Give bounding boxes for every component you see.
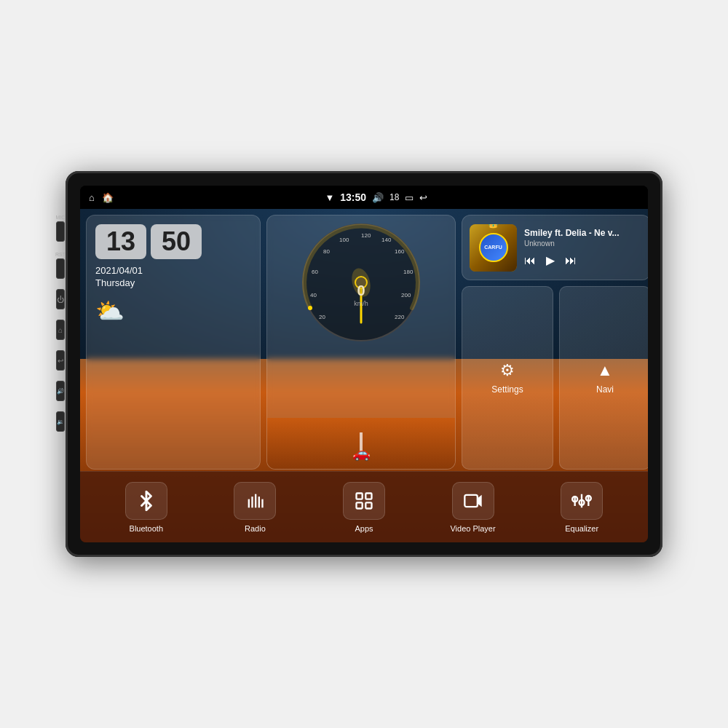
road-bg: 🚗 — [267, 418, 455, 469]
vol-down-group: 🔉 — [55, 411, 66, 432]
wifi-icon: ▼ — [325, 192, 334, 203]
back-status-icon[interactable]: ↩ — [419, 192, 427, 203]
svg-text:200: 200 — [401, 292, 411, 298]
svg-text:140: 140 — [381, 237, 392, 243]
svg-rect-18 — [252, 496, 253, 507]
svg-text:20: 20 — [319, 314, 325, 320]
next-button[interactable]: ⏭ — [565, 254, 577, 267]
svg-rect-17 — [248, 499, 250, 508]
equalizer-label: Equalizer — [565, 524, 598, 533]
power-group: ⏻ — [55, 289, 66, 309]
video-icon — [463, 491, 483, 511]
album-art: 👑 CARFU — [470, 224, 517, 272]
bluetooth-icon — [136, 491, 157, 511]
mic-button[interactable] — [56, 221, 65, 242]
carfu-badge: CARFU — [479, 233, 508, 262]
bottom-item-apps[interactable]: Apps — [309, 478, 419, 533]
side-buttons: MIC RST ⏻ ⌂ ↩ 🔊 — [55, 215, 66, 435]
music-title: Smiley ft. Delia - Ne v... — [524, 228, 643, 238]
apps-icon-box — [343, 482, 385, 520]
weather-icon: ⛅ — [95, 297, 251, 325]
bottom-item-radio[interactable]: Radio — [201, 478, 310, 533]
radio-label: Radio — [245, 524, 266, 533]
settings-navi-row: ⚙ Settings ▲ Navi — [462, 286, 648, 470]
svg-text:100: 100 — [339, 237, 349, 243]
settings-label: Settings — [491, 384, 523, 395]
power-button[interactable]: ⏻ — [56, 289, 65, 309]
status-bar: ⌂ 🏠 ▼ 13:50 🔊 18 ▭ ↩ — [80, 186, 648, 209]
bottom-item-equalizer[interactable]: Equalizer — [527, 478, 636, 533]
navi-button[interactable]: ▲ Navi — [559, 286, 648, 470]
home-icon[interactable]: ⌂ — [89, 192, 95, 203]
svg-rect-21 — [262, 499, 264, 508]
vol-up-button[interactable]: 🔊 — [56, 381, 65, 401]
clock-hour: 13 — [95, 224, 146, 259]
svg-text:80: 80 — [323, 248, 330, 255]
svg-text:40: 40 — [310, 292, 317, 298]
bottom-item-video[interactable]: Video Player — [419, 478, 528, 533]
back-side-button[interactable]: ↩ — [56, 350, 65, 371]
navi-label: Navi — [596, 384, 614, 395]
vol-up-icon: 🔊 — [57, 388, 64, 395]
volume-icon: 🔊 — [372, 192, 384, 203]
radio-icon — [245, 491, 265, 511]
settings-icon: ⚙ — [500, 361, 515, 380]
home-side-icon: ⌂ — [58, 326, 63, 334]
svg-text:220: 220 — [395, 314, 405, 320]
clock-display: 13 50 — [95, 224, 251, 259]
clock-date: 2021/04/01 — [95, 265, 251, 276]
bluetooth-label: Bluetooth — [130, 524, 163, 533]
apps-icon — [354, 491, 374, 511]
carfu-label: CARFU — [484, 245, 502, 250]
crown-icon: 👑 — [488, 224, 499, 229]
clock-widget: 13 50 2021/04/01 Thursday ⛅ — [86, 215, 261, 470]
home-side-group: ⌂ — [55, 320, 66, 340]
home-side-button[interactable]: ⌂ — [56, 320, 65, 340]
battery-icon: ▭ — [405, 192, 414, 203]
road-scene: 🚗 — [267, 418, 455, 469]
video-label: Video Player — [450, 524, 495, 533]
svg-text:60: 60 — [312, 269, 318, 275]
svg-text:km/h: km/h — [354, 300, 368, 307]
vol-down-icon: 🔉 — [57, 419, 64, 425]
volume-level: 18 — [389, 192, 399, 202]
widgets-grid: 13 50 2021/04/01 Thursday ⛅ — [86, 215, 642, 470]
svg-rect-20 — [258, 496, 260, 507]
power-icon: ⏻ — [57, 296, 64, 304]
svg-text:180: 180 — [403, 269, 414, 275]
bottom-bar: Bluetooth Radio — [80, 471, 648, 542]
equalizer-icon — [571, 491, 592, 511]
main-content: 13 50 2021/04/01 Thursday ⛅ — [80, 209, 648, 542]
settings-button[interactable]: ⚙ Settings — [462, 286, 553, 470]
speedo-widget: 20 40 60 80 100 120 140 160 180 200 220 — [266, 215, 456, 470]
speedo-canvas: 20 40 60 80 100 120 140 160 180 200 220 — [296, 217, 427, 348]
status-center: ▼ 13:50 🔊 18 ▭ ↩ — [325, 191, 427, 203]
back-side-group: ↩ — [55, 350, 66, 371]
prev-button[interactable]: ⏮ — [524, 254, 536, 267]
music-widget[interactable]: 👑 CARFU Smiley ft. Delia - Ne v... Unkno… — [462, 215, 648, 280]
rst-button[interactable] — [56, 258, 65, 279]
bottom-item-bluetooth[interactable]: Bluetooth — [92, 478, 201, 533]
music-controls: ⏮ ▶ ⏭ — [524, 253, 643, 267]
navi-icon: ▲ — [597, 361, 613, 380]
svg-rect-26 — [464, 495, 478, 507]
video-icon-box — [452, 482, 494, 520]
mic-group: MIC — [55, 215, 66, 242]
clock-minute: 50 — [151, 224, 202, 259]
rst-group: RST — [55, 252, 66, 279]
location-icon: 🏠 — [102, 192, 114, 203]
rst-label: RST — [55, 252, 66, 257]
speedo-svg: 20 40 60 80 100 120 140 160 180 200 220 — [296, 217, 427, 348]
vol-down-button[interactable]: 🔉 — [56, 411, 65, 432]
vol-up-group: 🔊 — [55, 381, 66, 401]
play-button[interactable]: ▶ — [546, 253, 555, 267]
svg-rect-24 — [356, 502, 362, 508]
svg-rect-23 — [365, 494, 371, 499]
right-column: 👑 CARFU Smiley ft. Delia - Ne v... Unkno… — [462, 215, 648, 470]
radio-icon-box — [234, 482, 276, 520]
music-artist: Unknown — [524, 240, 643, 248]
svg-rect-19 — [255, 494, 256, 508]
svg-rect-25 — [365, 502, 371, 508]
car-icon: 🚗 — [352, 444, 371, 462]
status-time: 13:50 — [340, 191, 366, 203]
